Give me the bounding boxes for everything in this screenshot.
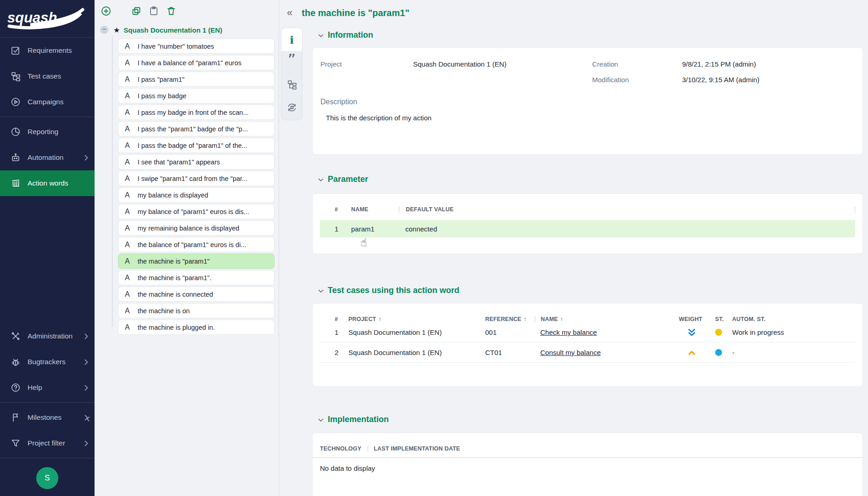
- chevron-right-icon: [84, 440, 88, 446]
- tree-item-selected[interactable]: Athe machine is "param1": [118, 254, 274, 269]
- col-name[interactable]: NAME ↑: [535, 316, 679, 322]
- sidebar-item-campaigns[interactable]: Campaigns: [0, 89, 95, 115]
- test-cases-card: # PROJECT ↑ REFERENCE ↑ NAME ↑ WEIGHT ST…: [313, 304, 862, 386]
- collapse-detail-icon[interactable]: «: [287, 7, 292, 19]
- section-information: Information Project Squash Documentation…: [313, 30, 862, 154]
- copy-icon[interactable]: [129, 4, 143, 18]
- sidebar-item-test-cases[interactable]: Test cases: [0, 63, 95, 89]
- col-project[interactable]: PROJECT ↑: [348, 316, 485, 322]
- quote-icon: ”: [288, 57, 296, 68]
- test-case-link[interactable]: Consult my balance: [540, 349, 601, 356]
- add-action-word-button[interactable]: [99, 4, 113, 18]
- chevron-down-icon[interactable]: [318, 289, 324, 293]
- tree-item[interactable]: Athe balance of "param1" euros is di...: [118, 237, 274, 252]
- sidebar-item-project-filter[interactable]: Project filter: [0, 430, 95, 456]
- weight-very-low-icon: [679, 328, 705, 337]
- autom-status: -: [732, 349, 855, 356]
- tree-item[interactable]: Amy balance is displayed: [118, 187, 274, 203]
- tree-item[interactable]: Amy balance of "param1" euros is dis...: [118, 204, 274, 219]
- sort-asc-icon: ↑: [560, 316, 563, 322]
- sidebar-item-administration[interactable]: Administration: [0, 323, 95, 349]
- tree-item[interactable]: AI have a balance of "param1" euros: [118, 55, 274, 70]
- chevron-down-icon[interactable]: [318, 418, 324, 422]
- tree-item[interactable]: Athe machine is on: [118, 303, 274, 318]
- page-title: the machine is "param1": [302, 8, 409, 18]
- squash-logo[interactable]: squash: [0, 0, 95, 38]
- sidebar-item-action-words[interactable]: Action words: [0, 170, 95, 196]
- test-case-link[interactable]: Check my balance: [540, 328, 597, 336]
- detail-content: Information Project Squash Documentation…: [313, 26, 862, 496]
- bug-icon: [10, 356, 21, 367]
- chevron-down-icon[interactable]: [318, 178, 324, 182]
- tree-item[interactable]: AI pass "param1": [118, 72, 274, 87]
- tree-item[interactable]: AI have "number" tomatoes: [118, 39, 274, 54]
- modification-label: Modification: [592, 76, 682, 84]
- avatar-block: S: [0, 460, 95, 496]
- squash-logo-graphic: squash: [5, 6, 87, 32]
- collapse-sidebar-icon[interactable]: ‹: [86, 412, 90, 425]
- campaigns-icon: [10, 96, 21, 107]
- collapse-node-icon[interactable]: −: [100, 26, 108, 34]
- tree-item[interactable]: AI swipe "param1" card from the "par...: [118, 171, 274, 186]
- tree-item[interactable]: Athe machine is "param1".: [118, 270, 274, 285]
- sidebar-item-requirements[interactable]: Requirements: [0, 38, 95, 63]
- sidebar-item-help[interactable]: Help: [0, 375, 95, 400]
- tree-item[interactable]: AI pass my badge: [118, 88, 274, 103]
- tree-root-project[interactable]: − ★ Squash Documentation 1 (EN): [95, 23, 279, 37]
- tab-automation[interactable]: [281, 97, 302, 120]
- description-text[interactable]: This is the description of my action: [326, 114, 853, 122]
- status-dot: [715, 329, 722, 336]
- test-case-row[interactable]: 2 Squash Documentation 1 (EN) CT01 Consu…: [320, 343, 855, 363]
- action-word-type-icon: A: [125, 191, 130, 199]
- action-word-type-icon: A: [125, 307, 130, 315]
- sidebar-item-bugtrackers[interactable]: Bugtrackers: [0, 349, 95, 375]
- tab-parameters[interactable]: ”: [281, 51, 302, 74]
- test-cases-table-header: # PROJECT ↑ REFERENCE ↑ NAME ↑ WEIGHT ST…: [320, 316, 855, 322]
- sidebar-divider: [0, 117, 95, 117]
- action-words-icon: [10, 178, 21, 189]
- svg-text:squash: squash: [7, 10, 57, 26]
- tree-item[interactable]: Athe machine is connected: [118, 287, 274, 302]
- avatar[interactable]: S: [36, 467, 58, 489]
- tab-information[interactable]: i: [281, 28, 302, 51]
- chevron-right-icon: [84, 359, 88, 365]
- tree-item[interactable]: Athe machine is plugged in.: [118, 320, 274, 335]
- action-word-type-icon: A: [125, 59, 130, 67]
- column-resize-divider[interactable]: [855, 206, 855, 213]
- sidebar-item-reporting[interactable]: Reporting: [0, 119, 95, 145]
- funnel-icon: [10, 438, 21, 449]
- section-implementation: Implementation TECHNOLOGY LAST IMPLEMENT…: [313, 415, 862, 496]
- sidebar-divider: [0, 458, 95, 458]
- action-word-type-icon: A: [125, 158, 130, 166]
- col-weight[interactable]: WEIGHT: [679, 316, 715, 322]
- col-reference[interactable]: REFERENCE ↑: [485, 316, 540, 322]
- paste-icon[interactable]: [147, 4, 161, 18]
- tree-item[interactable]: Amy remaining balance is displayed: [118, 220, 274, 236]
- sidebar-item-milestones[interactable]: Milestones: [0, 405, 95, 430]
- detail-tabstrip: i ”: [281, 28, 302, 120]
- test-case-row[interactable]: 1 Squash Documentation 1 (EN) 001 Check …: [320, 322, 855, 343]
- action-word-type-icon: A: [125, 141, 130, 150]
- col-num: #: [335, 316, 348, 322]
- action-word-type-icon: A: [125, 75, 130, 84]
- tree-items: AI have "number" tomatoes AI have a bala…: [118, 39, 274, 335]
- tree-item[interactable]: AI pass my badge in front of the scan...: [118, 105, 274, 120]
- chevron-down-icon[interactable]: [318, 34, 324, 38]
- col-autom-status[interactable]: AUTOM. ST.: [732, 316, 855, 322]
- action-word-type-icon: A: [125, 224, 130, 232]
- description-label: Description: [320, 98, 853, 106]
- col-status[interactable]: ST.: [715, 316, 732, 322]
- tree-item[interactable]: AI pass the "param1" badge of the "p...: [118, 121, 274, 136]
- delete-icon[interactable]: [164, 4, 178, 18]
- tree-item[interactable]: AI see that "param1" appears: [118, 154, 274, 169]
- action-word-type-icon: A: [125, 241, 130, 249]
- tree-icon: [287, 79, 297, 91]
- tab-test-cases[interactable]: [281, 74, 302, 97]
- parameter-table-header: # NAME DEFAULT VALUE: [320, 206, 855, 213]
- tree-item[interactable]: AI pass the badge of "param1" of the...: [118, 138, 274, 153]
- parameter-row[interactable]: 1 param1 connected: [320, 220, 855, 237]
- action-word-type-icon: A: [125, 108, 130, 117]
- sidebar-item-automation[interactable]: Automation: [0, 145, 95, 170]
- reporting-icon: [10, 126, 21, 137]
- main-panel: « the machine is "param1" i ”: [279, 0, 868, 496]
